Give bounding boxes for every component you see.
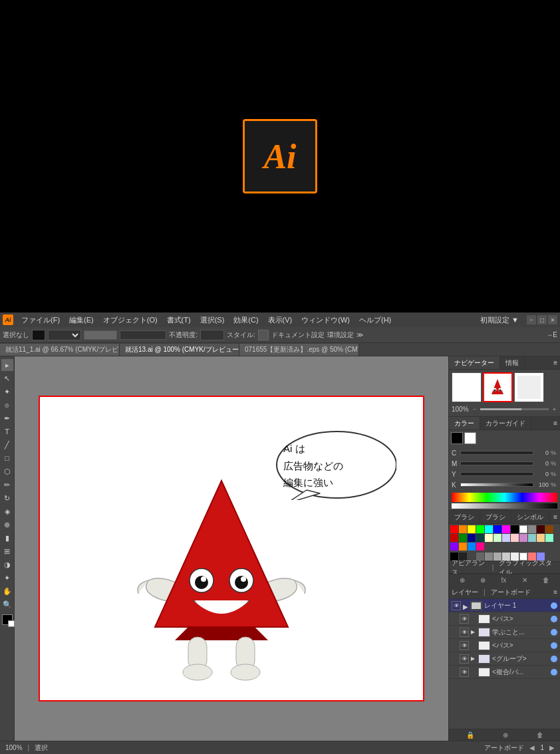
ai-menu-icon[interactable]: Ai: [3, 314, 13, 325]
tab-2[interactable]: 071655【更新済み】.eps @ 50% (CMYK/プレビュー) ×: [239, 344, 359, 356]
swatch-cyan[interactable]: [485, 525, 493, 533]
background-color[interactable]: [464, 432, 476, 444]
layer-vis-5[interactable]: 👁: [460, 668, 469, 677]
swatch-red[interactable]: [450, 525, 458, 533]
layers-menu[interactable]: ≡: [553, 588, 557, 596]
color-spectrum[interactable]: [452, 493, 557, 502]
layer-vis-2[interactable]: 👁: [460, 628, 469, 637]
eyedropper-tool[interactable]: ✦: [1, 572, 13, 584]
swatch-gray[interactable]: [528, 525, 536, 533]
layer-lock-btn[interactable]: 🔒: [466, 731, 474, 739]
menu-file[interactable]: ファイル(F): [17, 314, 64, 326]
nav-thumb-2[interactable]: [483, 372, 513, 402]
layer-item-5[interactable]: 👁 <複合/パ...: [449, 666, 560, 679]
symbol-tool[interactable]: ⊕: [1, 519, 13, 531]
layer-vis-3[interactable]: 👁: [460, 641, 469, 650]
prev-artboard-btn[interactable]: ◀: [529, 744, 535, 751]
swatch-rose[interactable]: [476, 543, 484, 551]
swatch-lightyellow[interactable]: [485, 534, 493, 542]
fill-color[interactable]: [2, 614, 13, 625]
swatch-yellow[interactable]: [468, 525, 476, 533]
nav-thumb-1[interactable]: [452, 372, 482, 402]
lasso-tool[interactable]: ⌾: [1, 399, 13, 411]
swatch-lightgreen[interactable]: [493, 534, 501, 542]
layer-item-4[interactable]: 👁 ▶ <グループ>: [449, 652, 560, 666]
swatch-mint[interactable]: [545, 534, 553, 542]
swatch-lightred[interactable]: [511, 534, 519, 542]
swatch-darkgreen[interactable]: [459, 534, 467, 542]
layer-trash-btn[interactable]: 🗑: [537, 731, 543, 739]
type-tool[interactable]: T: [1, 426, 13, 438]
nav-thumb-3[interactable]: [514, 372, 544, 402]
layer-vis-1[interactable]: 👁: [460, 614, 469, 624]
layer-item-0[interactable]: 👁 ▶ レイヤー 1: [449, 599, 560, 612]
rotate-tool[interactable]: ↻: [1, 492, 13, 504]
foreground-color[interactable]: [451, 432, 463, 444]
add-stroke-btn[interactable]: ⊕: [460, 576, 465, 584]
pen-tool[interactable]: ✒: [1, 412, 13, 424]
cmyk-y-track[interactable]: [460, 472, 533, 476]
zoom-plus[interactable]: ＋: [551, 405, 557, 414]
mesh-tool[interactable]: ⊞: [1, 545, 13, 557]
maximize-button[interactable]: □: [537, 315, 547, 324]
stroke-select[interactable]: [48, 330, 81, 340]
cmyk-k-track[interactable]: [460, 483, 533, 487]
add-effect-btn[interactable]: fx: [501, 576, 507, 584]
layer-add-btn[interactable]: ⊕: [503, 731, 508, 739]
zoom-tool[interactable]: 🔍: [1, 598, 13, 610]
add-fill-btn[interactable]: ⊕: [480, 576, 486, 584]
tab-layers[interactable]: レイヤー: [452, 588, 478, 597]
layer-vis-0[interactable]: 👁: [452, 601, 461, 610]
swatch-lightblue[interactable]: [502, 534, 510, 542]
swatch-purple[interactable]: [450, 543, 458, 551]
swatch-lightcyan[interactable]: [528, 534, 536, 542]
magic-wand-tool[interactable]: ✦: [1, 386, 13, 398]
tab-color-guide[interactable]: カラーガイド: [480, 417, 531, 430]
menu-effect[interactable]: 効果(C): [229, 314, 262, 326]
gradient-tool[interactable]: ◑: [1, 559, 13, 570]
line-tool[interactable]: ╱: [1, 439, 13, 451]
env-settings-btn[interactable]: 環境設定: [327, 330, 354, 340]
next-artboard-btn[interactable]: ▶: [549, 744, 555, 751]
zoom-track[interactable]: [480, 408, 549, 410]
tab-color[interactable]: カラー: [449, 417, 480, 430]
close-button[interactable]: ×: [548, 315, 557, 324]
menu-help[interactable]: ヘルプ(H): [355, 314, 395, 326]
layer-expand-4[interactable]: ▶: [471, 656, 476, 662]
tab-swatch2[interactable]: プラシ: [480, 511, 511, 523]
swatch-darkred[interactable]: [537, 525, 545, 533]
layer-expand-0[interactable]: ▶: [463, 603, 468, 608]
blend-tool[interactable]: ◈: [1, 505, 13, 517]
cmyk-m-track[interactable]: [460, 461, 533, 465]
swatches-menu[interactable]: ≡: [551, 511, 560, 523]
menu-select[interactable]: 選択(S): [196, 314, 229, 326]
layer-item-3[interactable]: 👁 <パス>: [449, 639, 560, 652]
layer-dot-4[interactable]: [551, 656, 557, 662]
column-graph-tool[interactable]: ▮: [1, 532, 13, 544]
zoom-minus[interactable]: －: [472, 405, 478, 414]
swatch-green[interactable]: [476, 525, 484, 533]
layer-item-2[interactable]: 👁 ▶ 学ぶこと...: [449, 626, 560, 639]
layer-dot-2[interactable]: [551, 629, 557, 636]
layer-expand-2[interactable]: ▶: [471, 629, 476, 635]
swatch-white[interactable]: [519, 525, 527, 533]
swatch-peach[interactable]: [537, 534, 545, 542]
layer-dot-5[interactable]: [551, 669, 557, 676]
direct-select-tool[interactable]: ↖: [1, 372, 13, 384]
canvas-area[interactable]: Ai は 広告物などの 編集に強い: [15, 356, 448, 741]
doc-settings-btn[interactable]: ドキュメント設定: [271, 330, 325, 340]
stroke-color-box[interactable]: [32, 330, 45, 340]
swatch-magenta[interactable]: [502, 525, 510, 533]
minimize-button[interactable]: －: [527, 315, 536, 324]
swatch-blue[interactable]: [493, 525, 501, 533]
hand-tool[interactable]: ✋: [1, 585, 13, 597]
gray-spectrum[interactable]: [452, 503, 557, 509]
more-btn[interactable]: ≫: [356, 331, 363, 338]
default-settings[interactable]: 初期設定 ▼: [480, 315, 519, 325]
layer-dot-1[interactable]: [551, 616, 557, 622]
swatch-orange[interactable]: [459, 525, 467, 533]
trash-btn[interactable]: 🗑: [543, 576, 549, 584]
tab-artboard[interactable]: アートボード: [491, 588, 531, 597]
swatch-brown[interactable]: [545, 525, 553, 533]
swatch-amber[interactable]: [459, 543, 467, 551]
